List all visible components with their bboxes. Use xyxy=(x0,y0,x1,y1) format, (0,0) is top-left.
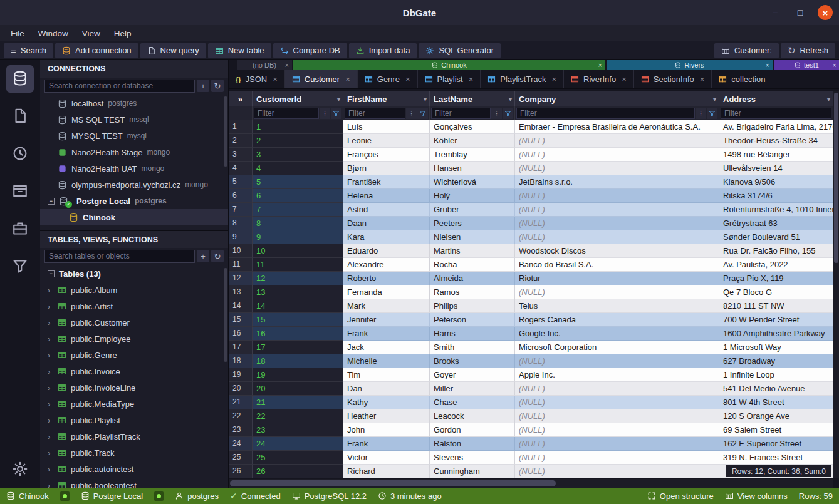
filter-funnel-icon[interactable] xyxy=(707,108,717,119)
vertical-scrollbar-thumb[interactable] xyxy=(834,93,838,263)
cell-firstname[interactable]: John xyxy=(343,423,430,437)
column-header-firstname[interactable]: FirstName▾ xyxy=(343,91,430,106)
row-number[interactable]: 18 xyxy=(229,354,253,368)
cell-firstname[interactable]: Jennifer xyxy=(343,313,430,327)
cell-lastname[interactable]: Brooks xyxy=(430,354,515,368)
toolbar-button-import-data[interactable]: Import data xyxy=(349,43,417,58)
column-header-company[interactable]: Company▾ xyxy=(515,91,719,106)
cell-address[interactable]: Theodor-Heuss-Straße 34 xyxy=(719,134,833,148)
filter-funnel-icon[interactable] xyxy=(503,108,513,119)
cell-address[interactable]: 627 Broadway xyxy=(719,354,833,368)
cell-lastname[interactable]: Wichterlová xyxy=(430,175,515,189)
close-icon[interactable]: × xyxy=(469,75,474,84)
cell-firstname[interactable]: Frank xyxy=(343,327,430,341)
cell-customerid[interactable]: 13 xyxy=(253,285,343,299)
table-item-public-track[interactable]: ›public.Track xyxy=(40,445,228,461)
cell-lastname[interactable]: Ramos xyxy=(430,285,515,299)
cell-address[interactable]: Ullevålsveien 14 xyxy=(719,162,833,175)
connection-item-postgre-local[interactable]: −✓Postgre Localpostgres xyxy=(40,193,228,209)
tab-sectioninfo[interactable]: SectionInfo× xyxy=(634,70,712,88)
cell-company[interactable]: (NULL) xyxy=(515,230,719,244)
activity-history[interactable] xyxy=(6,140,34,168)
cell-lastname[interactable]: Miller xyxy=(430,382,515,396)
horizontal-scrollbar-thumb[interactable] xyxy=(230,480,556,486)
cell-address[interactable]: Klanova 9/506 xyxy=(719,175,833,189)
row-number[interactable]: 5 xyxy=(229,175,253,189)
close-icon[interactable]: × xyxy=(345,75,350,84)
close-button[interactable]: × xyxy=(818,5,833,20)
activity-archive[interactable] xyxy=(6,178,34,205)
cell-company[interactable]: (NULL) xyxy=(515,451,719,465)
connection-item-olympus-medportal-vychozi-cz[interactable]: olympus-medportal.vychozi.czmongo xyxy=(40,177,228,193)
cell-customerid[interactable]: 18 xyxy=(253,354,343,368)
close-icon[interactable]: × xyxy=(833,61,836,69)
close-icon[interactable]: × xyxy=(766,61,769,69)
cell-lastname[interactable]: Hansen xyxy=(430,162,515,175)
cell-company[interactable]: (NULL) xyxy=(515,285,719,299)
toolbar-button-search[interactable]: ≡Search xyxy=(4,43,53,58)
db-group-tab-chinook[interactable]: Chinook× xyxy=(293,60,605,70)
close-icon[interactable]: × xyxy=(405,75,410,84)
chevron-right-icon[interactable]: › xyxy=(48,367,53,376)
cell-lastname[interactable]: Gordon xyxy=(430,423,515,437)
filter-menu-icon[interactable]: ⋮ xyxy=(406,108,417,119)
cell-firstname[interactable]: Victor xyxy=(343,451,430,465)
activity-connections[interactable] xyxy=(6,65,34,93)
refresh-connections-icon[interactable]: ↻ xyxy=(211,80,224,92)
table-item-public-customer[interactable]: ›public.Customer xyxy=(40,314,228,331)
cell-company[interactable]: (NULL) xyxy=(515,465,719,478)
cell-customerid[interactable]: 6 xyxy=(253,189,343,203)
cell-address[interactable]: Sønder Boulevard 51 xyxy=(719,230,833,244)
table-item-public-autoinctest[interactable]: ›public.autoinctest xyxy=(40,461,228,477)
chevron-right-icon[interactable]: › xyxy=(48,432,53,441)
column-header-customerid[interactable]: CustomerId▾ xyxy=(253,91,343,106)
table-item-public-artist[interactable]: ›public.Artist xyxy=(40,298,228,314)
filter-menu-icon[interactable]: ⋮ xyxy=(696,108,706,119)
connection-item-mysql-test[interactable]: MYSQL TESTmysql xyxy=(40,128,228,144)
cell-company[interactable]: (NULL) xyxy=(515,148,719,162)
table-item-public-booleantest[interactable]: ›public.booleantest xyxy=(40,477,228,488)
menu-help[interactable]: Help xyxy=(107,27,138,40)
cell-customerid[interactable]: 9 xyxy=(253,230,343,244)
cell-address[interactable]: 801 W 4th Street xyxy=(719,396,833,409)
vertical-scrollbar[interactable] xyxy=(833,91,839,478)
cell-customerid[interactable]: 14 xyxy=(253,299,343,313)
cell-firstname[interactable]: François xyxy=(343,148,430,162)
cell-company[interactable]: (NULL) xyxy=(515,134,719,148)
row-number[interactable]: 3 xyxy=(229,148,253,162)
cell-customerid[interactable]: 3 xyxy=(253,148,343,162)
chevron-down-icon[interactable]: ▾ xyxy=(337,96,340,103)
cell-company[interactable]: Microsoft Corporation xyxy=(515,341,719,354)
chevron-right-icon[interactable]: › xyxy=(48,285,53,295)
cell-address[interactable]: 69 Salem Street xyxy=(719,423,833,437)
cell-lastname[interactable]: Chase xyxy=(430,396,515,409)
expand-columns-button[interactable]: » xyxy=(229,91,253,106)
menu-file[interactable]: File xyxy=(4,27,31,40)
filter-input-customerid[interactable] xyxy=(254,108,319,119)
cell-firstname[interactable]: Bjørn xyxy=(343,162,430,175)
connection-item-localhost[interactable]: localhostpostgres xyxy=(40,95,228,111)
cell-firstname[interactable]: Helena xyxy=(343,189,430,203)
cell-firstname[interactable]: Kathy xyxy=(343,396,430,409)
row-number[interactable]: 24 xyxy=(229,437,253,451)
cell-firstname[interactable]: Astrid xyxy=(343,203,430,217)
cell-address[interactable]: 541 Del Medio Avenue xyxy=(719,382,833,396)
connections-scrollbar[interactable] xyxy=(224,96,227,167)
cell-customerid[interactable]: 1 xyxy=(253,120,343,134)
cell-company[interactable]: (NULL) xyxy=(515,162,719,175)
cell-firstname[interactable]: Alexandre xyxy=(343,258,430,272)
cell-company[interactable]: (NULL) xyxy=(515,217,719,230)
add-object-plus-icon[interactable]: + xyxy=(197,250,209,262)
cell-address[interactable]: 1 Infinite Loop xyxy=(719,368,833,382)
close-icon[interactable]: × xyxy=(273,75,278,84)
row-number[interactable]: 4 xyxy=(229,162,253,175)
close-icon[interactable]: × xyxy=(598,61,602,69)
cell-customerid[interactable]: 12 xyxy=(253,272,343,285)
row-number[interactable]: 7 xyxy=(229,203,253,217)
cell-lastname[interactable]: Holý xyxy=(430,189,515,203)
row-number[interactable]: 6 xyxy=(229,189,253,203)
cell-lastname[interactable]: Köhler xyxy=(430,134,515,148)
cell-firstname[interactable]: Heather xyxy=(343,409,430,423)
row-number[interactable]: 22 xyxy=(229,409,253,423)
row-number[interactable]: 11 xyxy=(229,258,253,272)
